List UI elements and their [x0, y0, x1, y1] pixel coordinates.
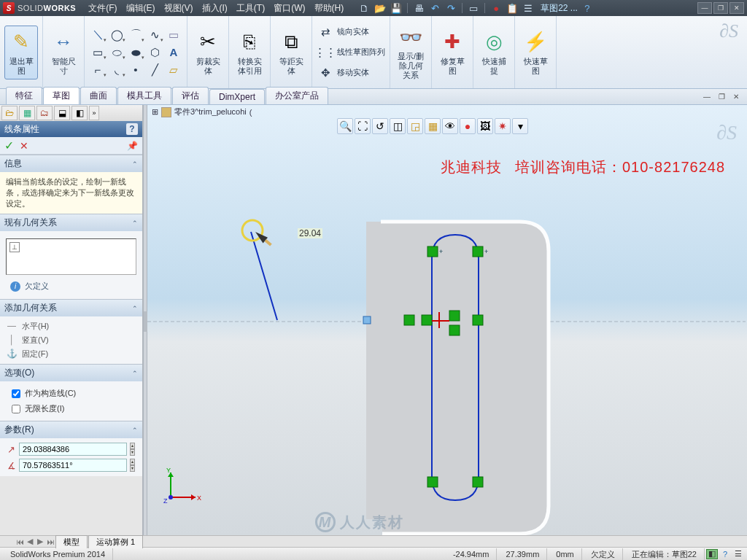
menu-tools[interactable]: 工具(T) — [233, 1, 268, 16]
line-icon[interactable]: ＼▾ — [89, 27, 107, 43]
add-relations-header[interactable]: 添加几何关系⌃ — [0, 300, 142, 316]
trim-button[interactable]: ✂ 剪裁实 体 — [192, 28, 224, 77]
options-section-header[interactable]: 选项(O)⌃ — [0, 365, 142, 381]
select-icon[interactable]: ▭ — [467, 1, 480, 15]
plane-icon[interactable]: ▱ — [165, 62, 182, 78]
vt-last-button[interactable]: ⏭ — [45, 537, 55, 546]
offset-entities-button[interactable]: ⧉ 等距实 体 — [275, 28, 307, 77]
relations-listbox[interactable]: ⊥ — [6, 238, 136, 275]
settings-icon[interactable]: ☰ — [522, 1, 535, 15]
menu-edit[interactable]: 编辑(E) — [123, 1, 159, 16]
tab-surfaces[interactable]: 曲面 — [80, 87, 117, 104]
property-help-button[interactable]: ? — [126, 123, 138, 135]
tab-dimxpert[interactable]: DimXpert — [209, 89, 265, 104]
view-orientation-icon[interactable]: ◲ — [407, 118, 423, 134]
existing-relations-header[interactable]: 现有几何关系⌃ — [0, 214, 142, 231]
restore-button[interactable]: ❐ — [713, 2, 728, 14]
tree-expand-icon[interactable]: ⊞ — [152, 107, 158, 117]
print-icon[interactable]: 🖶 — [412, 1, 425, 15]
close-button[interactable]: ✕ — [729, 2, 744, 14]
rectangle-icon[interactable]: ▭▾ — [89, 44, 107, 61]
edit-appearance-icon[interactable]: ● — [460, 118, 476, 134]
length-input[interactable] — [19, 443, 127, 456]
open-icon[interactable]: 📂 — [374, 1, 387, 15]
centerline-icon[interactable]: ╱ — [146, 62, 163, 78]
menu-view[interactable]: 视图(V) — [160, 1, 197, 16]
property-manager-tab[interactable]: ▦ — [19, 106, 35, 120]
ellipse-icon[interactable]: ⬭▾ — [108, 44, 125, 61]
minimize-button[interactable]: — — [697, 2, 712, 14]
ok-button[interactable]: ✓ — [4, 139, 14, 152]
tab-model[interactable]: 模型 — [55, 535, 88, 548]
undo-icon[interactable]: ↶ — [428, 1, 441, 15]
rebuild-icon[interactable]: ● — [489, 1, 503, 15]
zoom-fit-icon[interactable]: 🔍 — [337, 118, 353, 134]
horizontal-relation-button[interactable]: —水平(H) — [6, 319, 136, 333]
tab-features[interactable]: 特征 — [6, 87, 42, 104]
tab-office[interactable]: 办公室产品 — [266, 87, 328, 104]
length-down-button[interactable]: ▾ — [130, 449, 135, 456]
config-manager-tab[interactable]: 🗂 — [36, 106, 53, 120]
move-entities-button[interactable]: ✥ 移动实体 — [317, 65, 369, 81]
panel-more-button[interactable]: » — [89, 106, 99, 120]
display-relations-button[interactable]: 👓 显示/删 除几何 关系 — [395, 23, 427, 82]
construction-checkbox[interactable]: 作为构造线(C) — [6, 386, 136, 401]
params-section-header[interactable]: 参数(R)⌃ — [0, 421, 142, 438]
vt-first-button[interactable]: ⏮ — [15, 537, 25, 546]
cancel-button[interactable]: ✕ — [20, 140, 28, 152]
menu-file[interactable]: 文件(F) — [85, 1, 120, 16]
length-up-button[interactable]: ▴ — [130, 443, 135, 449]
fix-relation-button[interactable]: ⚓固定(F) — [6, 347, 136, 361]
zoom-area-icon[interactable]: ⛶ — [355, 118, 371, 134]
spline-icon[interactable]: ∿▾ — [146, 27, 163, 43]
hide-show-icon[interactable]: 👁 — [442, 118, 458, 134]
section-view-icon[interactable]: ◫ — [390, 118, 406, 134]
graphics-area[interactable]: ⊞ 零件3^trim_pelucohi ( 🔍 ⛶ ↺ ◫ ◲ ▦ 👁 ● 🖼 … — [147, 105, 747, 535]
quick-snap-button[interactable]: ◎ 快速捕 捉 — [478, 28, 510, 77]
view-more-icon[interactable]: ▾ — [512, 118, 528, 134]
menu-window[interactable]: 窗口(W) — [270, 1, 309, 16]
menu-help[interactable]: 帮助(H) — [311, 1, 348, 16]
rapid-sketch-button[interactable]: ⚡ 快速草 图 — [519, 28, 551, 77]
apply-scene-icon[interactable]: 🖼 — [477, 118, 493, 134]
slot-icon[interactable]: ⬬▾ — [127, 44, 144, 61]
arc-icon[interactable]: ⌒▾ — [127, 27, 144, 43]
display-manager-tab[interactable]: ◧ — [71, 106, 88, 120]
pin-button[interactable]: 📌 — [127, 141, 138, 151]
menu-insert[interactable]: 插入(I) — [198, 1, 231, 16]
redo-icon[interactable]: ↷ — [444, 1, 457, 15]
view-settings-icon[interactable]: ✷ — [495, 118, 511, 134]
dimxpert-tab[interactable]: ⬓ — [54, 106, 70, 120]
point-icon[interactable]: • — [127, 62, 144, 78]
doc-close-button[interactable]: ✕ — [729, 93, 743, 104]
text-icon[interactable]: A — [165, 44, 182, 61]
doc-minimize-button[interactable]: — — [700, 93, 713, 104]
tab-evaluate[interactable]: 评估 — [172, 87, 209, 104]
fillet-icon[interactable]: ⌐▾ — [89, 62, 107, 78]
info-section-header[interactable]: 信息⌃ — [0, 155, 142, 172]
convert-entities-button[interactable]: ⎘ 转换实 体引用 — [233, 28, 266, 77]
rect-dashed-icon[interactable]: ▭ — [165, 27, 182, 43]
repair-sketch-button[interactable]: ✚ 修复草 图 — [436, 28, 468, 77]
angle-input[interactable] — [19, 459, 127, 472]
vt-prev-button[interactable]: ◀ — [25, 537, 35, 546]
display-style-icon[interactable]: ▦ — [425, 118, 441, 134]
circle-icon[interactable]: ◯▾ — [108, 27, 125, 43]
tab-mold[interactable]: 模具工具 — [117, 87, 171, 104]
prev-view-icon[interactable]: ↺ — [372, 118, 388, 134]
polygon-icon[interactable]: ⬡ — [146, 44, 163, 61]
exit-sketch-button[interactable]: ✎ 退出草 图 — [4, 26, 38, 79]
new-icon[interactable]: 🗋 — [357, 1, 371, 15]
save-icon[interactable]: 💾 — [390, 1, 403, 15]
tab-motion-study[interactable]: 运动算例 1 — [88, 535, 143, 548]
angle-up-button[interactable]: ▴ — [130, 459, 135, 465]
search-help-icon[interactable]: ? — [581, 1, 594, 15]
linear-pattern-button[interactable]: ⋮⋮ 线性草图阵列 — [317, 44, 385, 61]
vertical-relation-button[interactable]: │竖直(V) — [6, 333, 136, 347]
tab-sketch[interactable]: 草图 — [43, 87, 80, 104]
options-icon[interactable]: 📋 — [506, 1, 519, 15]
status-help-icon[interactable]: ? — [719, 549, 731, 559]
mirror-button[interactable]: ⇄ 镜向实体 — [317, 24, 369, 40]
doc-restore-button[interactable]: ❐ — [715, 93, 728, 104]
feature-tree-tab[interactable]: 🗁 — [1, 106, 18, 120]
